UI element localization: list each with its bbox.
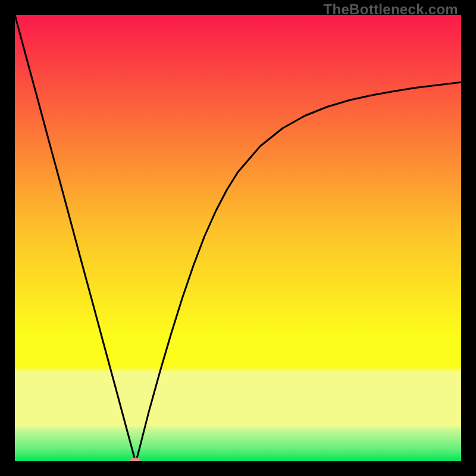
chart-frame [15, 15, 461, 461]
plot-area [15, 15, 461, 461]
gradient-bg [15, 15, 461, 461]
watermark: TheBottleneck.com [324, 1, 458, 18]
chart-svg [15, 15, 461, 461]
